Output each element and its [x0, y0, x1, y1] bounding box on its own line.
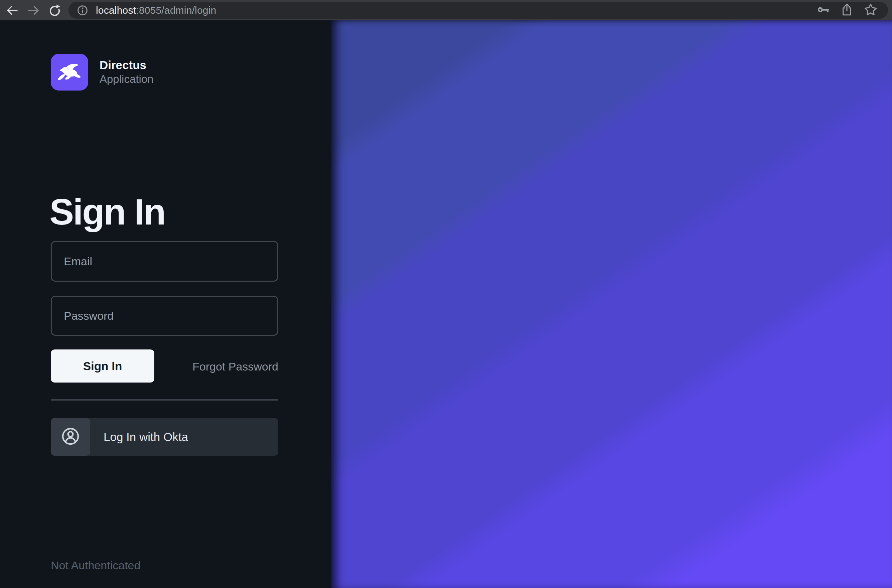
- bookmark-star-icon: [863, 2, 878, 18]
- password-field[interactable]: [51, 296, 278, 336]
- brand-subtitle: Application: [100, 72, 153, 86]
- reload-icon: [48, 3, 62, 17]
- okta-button-label: Log In with Okta: [103, 430, 188, 444]
- forward-arrow-icon: [26, 3, 40, 17]
- password-key-icon: [817, 3, 831, 18]
- back-button[interactable]: [5, 3, 19, 17]
- email-field[interactable]: [51, 241, 278, 282]
- okta-icon-tile: [51, 418, 90, 456]
- divider: [51, 399, 278, 400]
- background-art: [331, 20, 892, 588]
- directus-logo: [51, 54, 88, 90]
- address-bar[interactable]: localhost:8055/admin/login: [69, 2, 888, 19]
- auth-status-text: Not Authenticated: [51, 559, 140, 572]
- reload-button[interactable]: [48, 3, 62, 17]
- brand-name: Directus: [100, 58, 153, 72]
- login-panel: Directus Application Sign In Sign In For…: [0, 20, 331, 588]
- page-info-icon[interactable]: [76, 4, 89, 17]
- forward-button[interactable]: [26, 3, 40, 17]
- brand: Directus Application: [51, 54, 153, 90]
- page-title: Sign In: [49, 191, 165, 232]
- okta-login-button[interactable]: Log In with Okta: [51, 418, 278, 456]
- browser-toolbar: localhost:8055/admin/login: [0, 0, 892, 20]
- back-arrow-icon: [5, 3, 19, 17]
- password-key-button[interactable]: [817, 3, 831, 18]
- page-content: Directus Application Sign In Sign In For…: [0, 20, 892, 588]
- share-icon: [840, 3, 854, 18]
- url-text: localhost:8055/admin/login: [96, 4, 216, 16]
- account-circle-icon: [61, 427, 80, 447]
- share-button[interactable]: [840, 3, 854, 18]
- bookmark-button[interactable]: [863, 2, 878, 18]
- url-path: :8055/admin/login: [136, 4, 216, 16]
- forgot-password-link[interactable]: Forgot Password: [51, 360, 278, 373]
- url-host: localhost: [96, 4, 136, 16]
- directus-rabbit-icon: [54, 56, 85, 89]
